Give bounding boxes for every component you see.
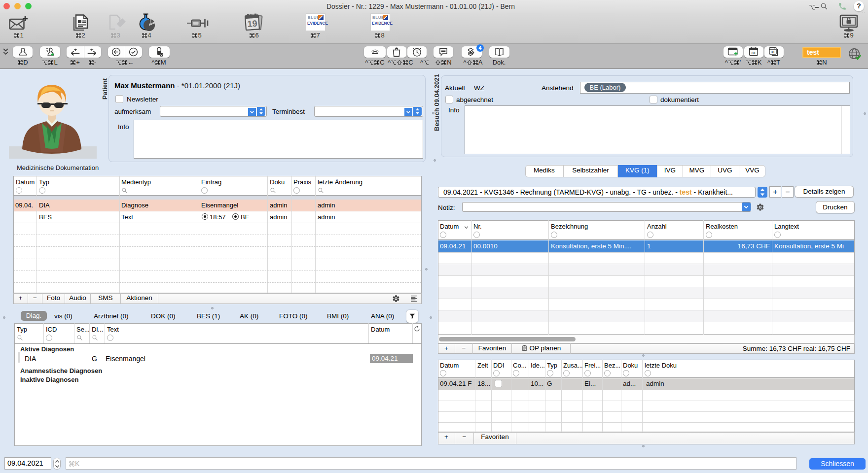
svg-text:19: 19	[247, 18, 257, 29]
svg-text:31: 31	[771, 50, 775, 54]
svg-text:31: 31	[752, 51, 756, 55]
